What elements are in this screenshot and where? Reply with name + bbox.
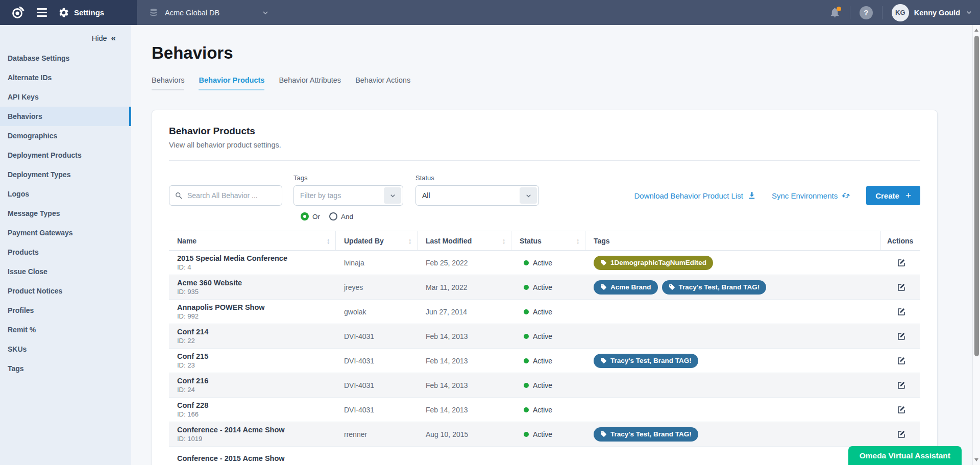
sidebar-item-logos[interactable]: Logos — [0, 184, 131, 204]
create-button[interactable]: Create + — [866, 186, 920, 205]
sort-icon[interactable]: ↕ — [576, 236, 580, 245]
edit-button[interactable] — [895, 379, 908, 392]
column-header-actions: Actions — [881, 231, 921, 250]
user-menu[interactable]: KG Kenny Gould — [892, 4, 973, 21]
edit-button[interactable] — [895, 305, 908, 319]
sidebar-item-issue-close[interactable]: Issue Close — [0, 262, 131, 281]
edit-button[interactable] — [895, 403, 908, 417]
sort-icon[interactable]: ↕ — [502, 236, 506, 245]
tab-behavior-actions[interactable]: Behavior Actions — [355, 76, 410, 90]
tag-icon — [669, 284, 675, 290]
tab-behavior-products[interactable]: Behavior Products — [199, 76, 264, 90]
sort-icon[interactable]: ↕ — [408, 236, 412, 245]
virtual-assistant-button[interactable]: Omeda Virtual Assistant — [848, 446, 962, 465]
page-scrollbar[interactable] — [972, 25, 980, 465]
row-last-modified: Mar 11, 2022 — [418, 283, 511, 291]
row-updated-by: DVI-4031 — [336, 357, 418, 365]
sidebar-item-demographics[interactable]: Demographics — [0, 126, 131, 145]
row-id: ID: 23 — [177, 361, 336, 370]
edit-button[interactable] — [895, 428, 908, 441]
row-updated-by: jreyes — [336, 283, 418, 291]
behavior-products-panel: Behavior Products View all behavior prod… — [152, 110, 938, 465]
radio-and[interactable]: And — [329, 212, 353, 221]
sync-environments-link[interactable]: Sync Environments — [772, 191, 851, 200]
status-filter-select[interactable]: All — [415, 185, 539, 206]
edit-button[interactable] — [895, 256, 908, 270]
tag-icon — [600, 357, 607, 364]
notifications-bell-icon[interactable] — [829, 7, 841, 18]
row-id: ID: 1019 — [177, 435, 336, 443]
edit-button[interactable] — [895, 281, 908, 294]
row-last-modified: Feb 25, 2022 — [418, 259, 511, 267]
tag-icon — [600, 284, 607, 290]
row-updated-by: gwolak — [336, 308, 418, 316]
radio-or[interactable]: Or — [301, 212, 320, 221]
status-dot — [524, 358, 529, 363]
row-name: 2015 Special Media Conference — [177, 254, 336, 263]
top-bar: Settings Acme Global DB ? KG Kenny Gould — [0, 0, 980, 25]
sidebar-item-alternate-ids[interactable]: Alternate IDs — [0, 68, 131, 87]
sidebar-item-product-notices[interactable]: Product Notices — [0, 281, 131, 301]
status-dot — [524, 407, 529, 412]
status-badge: Active — [533, 357, 552, 365]
hide-label: Hide — [92, 34, 107, 42]
column-header-updated-by: Updated By↕ — [336, 231, 418, 250]
edit-button[interactable] — [895, 330, 908, 343]
row-id: ID: 4 — [177, 263, 336, 272]
filter-actions: Download Behavior Product List Sync Envi… — [634, 185, 921, 206]
column-header-last-modified: Last Modified↕ — [418, 231, 511, 250]
settings-nav[interactable]: Settings — [58, 7, 104, 18]
row-updated-by: DVI-4031 — [336, 406, 418, 414]
sidebar-item-behaviors[interactable]: Behaviors — [0, 107, 131, 126]
sidebar-item-database-settings[interactable]: Database Settings — [0, 48, 131, 68]
status-badge: Active — [533, 430, 552, 438]
app-logo-icon[interactable] — [10, 5, 26, 20]
scrollbar-thumb[interactable] — [974, 36, 979, 356]
search-input[interactable] — [187, 191, 277, 200]
help-icon[interactable]: ? — [860, 6, 873, 19]
search-icon — [175, 191, 183, 200]
row-id: ID: 166 — [177, 410, 336, 419]
edit-button[interactable] — [895, 354, 908, 368]
sidebar-item-skus[interactable]: SKUs — [0, 339, 131, 359]
avatar: KG — [892, 4, 909, 21]
row-last-modified: Jun 27, 2014 — [418, 308, 511, 316]
table-row: Conf 216ID: 24 DVI-4031 Feb 14, 2013 Act… — [169, 373, 920, 398]
topbar-brand-section: Settings — [0, 0, 137, 25]
row-last-modified: Feb 14, 2013 — [418, 332, 511, 340]
sidebar-item-api-keys[interactable]: API Keys — [0, 87, 131, 107]
sidebar-hide-button[interactable]: Hide « — [0, 25, 131, 48]
sidebar-item-message-types[interactable]: Message Types — [0, 204, 131, 223]
status-dot — [524, 309, 529, 314]
sidebar-item-deployment-types[interactable]: Deployment Types — [0, 165, 131, 184]
scrollbar-up-arrow-icon[interactable] — [974, 29, 978, 32]
tags-filter-placeholder: Filter by tags — [300, 191, 341, 200]
sidebar-item-deployment-products[interactable]: Deployment Products — [0, 145, 131, 165]
tags-filter-select[interactable]: Filter by tags — [293, 185, 403, 206]
tab-behavior-attributes[interactable]: Behavior Attributes — [279, 76, 341, 90]
table-row: Acme 360 WebsiteID: 935 jreyes Mar 11, 2… — [169, 275, 920, 300]
status-dot — [524, 383, 529, 388]
panel-heading: Behavior Products — [169, 126, 920, 137]
database-selector[interactable]: Acme Global DB — [137, 0, 281, 25]
download-icon — [747, 191, 756, 200]
status-badge: Active — [533, 308, 552, 316]
status-dot — [524, 334, 529, 339]
sort-icon[interactable]: ↕ — [327, 236, 331, 245]
sidebar-item-products[interactable]: Products — [0, 242, 131, 262]
sidebar-item-remit[interactable]: Remit % — [0, 320, 131, 339]
download-link-label: Download Behavior Product List — [634, 191, 743, 200]
scrollbar-down-arrow-icon[interactable] — [974, 458, 978, 461]
row-name: Conf 228 — [177, 401, 336, 410]
download-product-list-link[interactable]: Download Behavior Product List — [634, 191, 756, 200]
collapse-icon: « — [111, 33, 116, 43]
row-updated-by: DVI-4031 — [336, 381, 418, 389]
sync-link-label: Sync Environments — [772, 191, 838, 200]
menu-icon[interactable] — [37, 8, 47, 17]
sidebar-item-profiles[interactable]: Profiles — [0, 301, 131, 320]
sidebar-item-payment-gateways[interactable]: Payment Gateways — [0, 223, 131, 242]
tab-behaviors[interactable]: Behaviors — [152, 76, 184, 90]
sidebar-item-tags[interactable]: Tags — [0, 359, 131, 378]
table-row: 2015 Special Media ConferenceID: 4 lvina… — [169, 251, 920, 275]
chevron-down-icon — [261, 9, 270, 17]
